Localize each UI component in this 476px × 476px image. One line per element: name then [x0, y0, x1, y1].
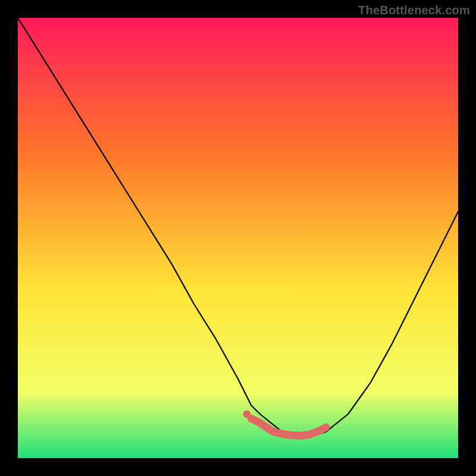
bottleneck-chart — [18, 18, 458, 458]
chart-frame: TheBottleneck.com — [0, 0, 476, 476]
watermark-text: TheBottleneck.com — [358, 4, 470, 17]
svg-point-1 — [243, 411, 250, 418]
chart-valley-markers — [18, 18, 458, 458]
